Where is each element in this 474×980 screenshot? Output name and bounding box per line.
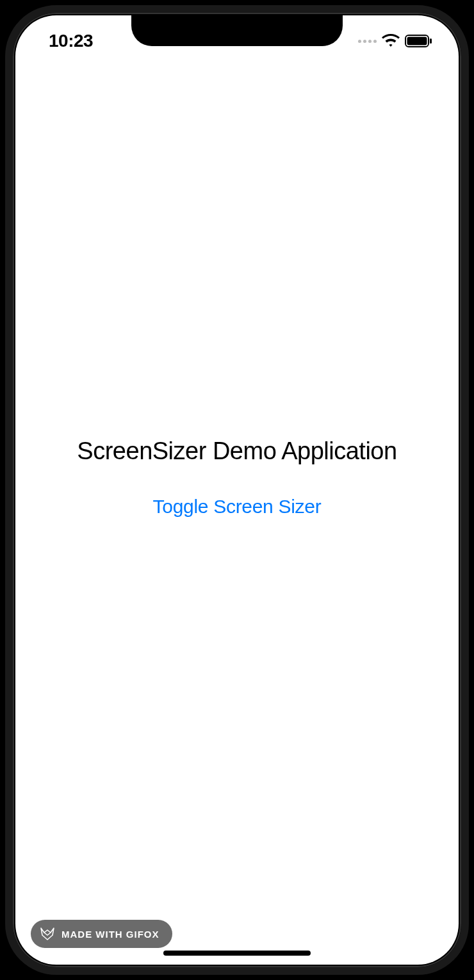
app-title: ScreenSizer Demo Application bbox=[77, 437, 396, 465]
svg-rect-1 bbox=[407, 37, 427, 45]
phone-screen: 10:23 bbox=[15, 15, 459, 965]
cellular-signal-icon bbox=[358, 40, 377, 43]
wifi-icon bbox=[382, 34, 400, 48]
status-bar-right bbox=[358, 34, 433, 48]
status-bar-time: 10:23 bbox=[49, 31, 93, 51]
phone-device-frame: 10:23 bbox=[5, 5, 469, 975]
gifox-watermark-badge: MADE WITH GIFOX bbox=[31, 920, 172, 948]
phone-notch bbox=[131, 15, 343, 46]
toggle-screen-sizer-button[interactable]: Toggle Screen Sizer bbox=[153, 496, 322, 518]
battery-icon bbox=[405, 35, 433, 47]
svg-rect-2 bbox=[430, 38, 432, 44]
gifox-badge-text: MADE WITH GIFOX bbox=[61, 929, 159, 940]
home-indicator[interactable] bbox=[163, 951, 311, 956]
app-content-area: ScreenSizer Demo Application Toggle Scre… bbox=[15, 15, 459, 965]
gifox-fox-icon bbox=[40, 926, 55, 942]
